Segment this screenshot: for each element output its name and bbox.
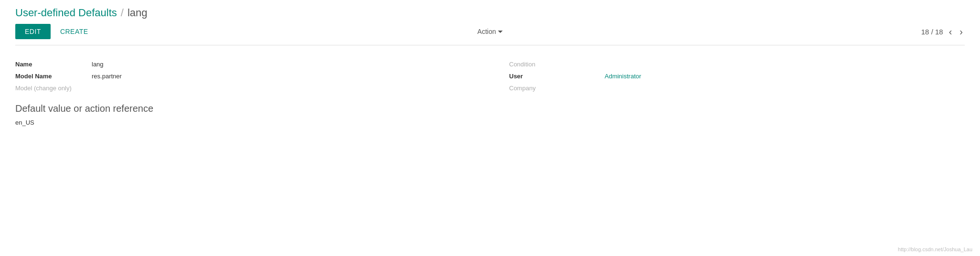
action-button[interactable]: Action [478,28,503,35]
pagination-next-button[interactable]: › [958,27,965,36]
section-value: en_US [15,119,965,126]
form-right: Condition User Administrator Company [471,61,965,92]
user-value[interactable]: Administrator [605,73,965,80]
default-value-section: Default value or action reference en_US [15,103,965,126]
name-label: Name [15,61,92,68]
breadcrumb-main[interactable]: User-defined Defaults [15,7,117,19]
model-change-label: Model (change only) [15,85,92,92]
form-section: Name lang Model Name res.partner Model (… [15,61,965,92]
name-value: lang [92,61,471,68]
company-label: Company [509,85,605,92]
action-caret-icon [498,31,502,33]
toolbar: EDIT CREATE Action 18 / 18 ‹ › [15,24,965,45]
watermark: http://blog.csdn.net/Joshua_Lau [898,246,972,252]
breadcrumb: User-defined Defaults / lang [15,7,965,19]
pagination-prev-button[interactable]: ‹ [947,27,954,36]
condition-label: Condition [509,61,605,68]
create-button[interactable]: CREATE [58,24,90,39]
pagination-info: 18 / 18 [921,28,943,36]
pagination: 18 / 18 ‹ › [921,27,965,36]
content-area: Name lang Model Name res.partner Model (… [0,45,980,138]
toolbar-left: EDIT CREATE [15,24,90,39]
model-name-value: res.partner [92,73,471,80]
header-area: User-defined Defaults / lang EDIT CREATE… [0,0,980,45]
edit-button[interactable]: EDIT [15,24,51,39]
form-left: Name lang Model Name res.partner Model (… [15,61,471,92]
user-label: User [509,73,605,80]
breadcrumb-current: lang [128,7,148,19]
action-label: Action [478,28,496,35]
breadcrumb-separator: / [121,7,124,19]
section-title: Default value or action reference [15,103,965,114]
model-name-label: Model Name [15,73,92,80]
